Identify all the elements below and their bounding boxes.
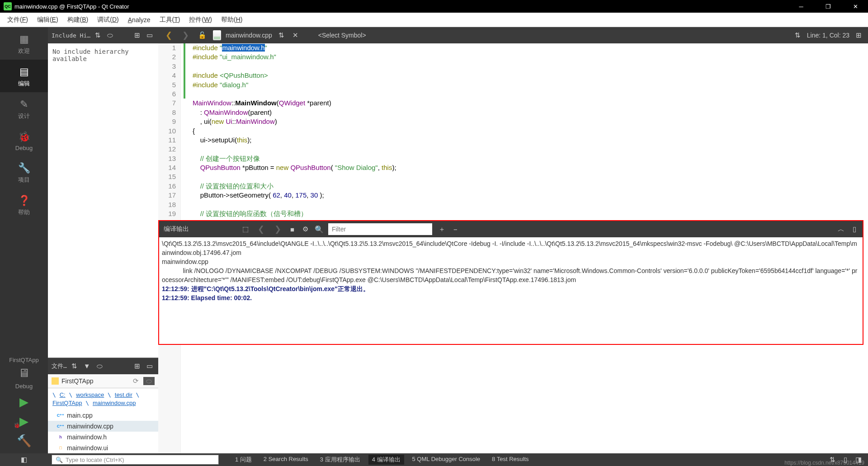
titlebar: QC mainwindow.cpp @ FirstQTApp - Qt Crea…: [0, 0, 868, 13]
doc-icon: ▤: [0, 66, 48, 78]
pencil-icon: ✎: [0, 99, 48, 110]
close-button[interactable]: ✕: [846, 3, 864, 10]
menu-item[interactable]: 控件(W): [185, 15, 216, 25]
filter-icon[interactable]: ▼: [82, 361, 92, 371]
next-icon[interactable]: ❯: [272, 224, 284, 234]
include-panel-toolbar: Include Hi… ⇅ ⬭ ⊞ ▭: [48, 27, 158, 43]
file-item[interactable]: hmainwindow.h: [48, 432, 158, 442]
minimize-button[interactable]: ─: [792, 3, 810, 10]
menu-item[interactable]: 构建(B): [64, 15, 92, 25]
wrench-icon: 🔧: [0, 162, 48, 174]
status-pane[interactable]: 1 问题: [231, 455, 255, 465]
status-bar: ◧ 🔍 Type to locate (Ctrl+K) 1 问题2 Search…: [0, 453, 868, 466]
cpp-file-icon: C⁺⁺: [57, 423, 64, 430]
file-panel-toolbar: 文件… ⇅ ▼ ⬭ ⊞ ▭: [48, 358, 158, 374]
close-file-icon[interactable]: ✕: [291, 30, 300, 40]
maximize-panel-icon[interactable]: ▯: [851, 224, 858, 234]
nav-item-欢迎[interactable]: ▦欢迎: [0, 27, 48, 60]
h-file-icon: h: [57, 433, 64, 441]
folder-icon: [52, 377, 59, 385]
run-button[interactable]: ▶: [19, 392, 28, 412]
split-icon[interactable]: ⊞: [132, 361, 142, 371]
split-icon[interactable]: ⊞: [132, 30, 142, 40]
status-pane[interactable]: 5 QML Debugger Console: [409, 455, 484, 465]
status-pane[interactable]: 2 Search Results: [260, 455, 312, 465]
window-title: mainwindow.cpp @ FirstQTApp - Qt Creator: [14, 3, 792, 10]
nav-item-帮助[interactable]: ❓帮助: [0, 188, 48, 221]
symbol-selector[interactable]: <Select Symbol>: [318, 32, 788, 39]
folder-name: FirstQTApp: [61, 377, 94, 385]
file-type-icon: [213, 30, 221, 40]
locator-input[interactable]: 🔍 Type to locate (Ctrl+K): [52, 455, 219, 465]
split-icon[interactable]: ⊞: [854, 30, 863, 40]
locator-placeholder: Type to locate (Ctrl+K): [66, 457, 124, 463]
stop-icon[interactable]: ■: [288, 225, 296, 234]
status-pane[interactable]: 4 编译输出: [368, 455, 404, 465]
editor-toolbar: ❮ ❯ 🔓 mainwindow.cpp ⇅ ✕ <Select Symbol>…: [158, 27, 868, 43]
grid-icon: ▦: [0, 33, 48, 45]
sync-icon[interactable]: ⟳: [131, 376, 141, 386]
link-icon[interactable]: ⬭: [95, 361, 104, 371]
file-item[interactable]: C⁺⁺mainwindow.cpp: [48, 421, 158, 432]
file-list: C⁺⁺main.cppC⁺⁺mainwindow.cpphmainwindow.…: [48, 410, 158, 453]
menu-item[interactable]: 文件(F): [4, 15, 32, 25]
menubar: 文件(F)编辑(E)构建(B)调试(D)Analyze工具(T)控件(W)帮助(…: [0, 13, 868, 27]
debug-run-button[interactable]: ▶🐞: [19, 412, 28, 431]
updown-icon[interactable]: ⇅: [277, 30, 286, 40]
file-dropdown[interactable]: 文件…: [52, 362, 67, 370]
prev-icon[interactable]: ❮: [255, 224, 267, 234]
bug-icon: 🐞: [0, 131, 48, 143]
menu-item[interactable]: 工具(T): [156, 15, 184, 25]
include-hierarchy-message: No include hierarchy available: [48, 43, 158, 67]
toggle-sidebar-icon[interactable]: ◧: [19, 455, 29, 465]
link-icon[interactable]: ⬭: [143, 377, 155, 385]
menu-item[interactable]: 帮助(H): [217, 15, 246, 25]
nav-item-编辑[interactable]: ▤编辑: [0, 60, 48, 92]
lock-icon[interactable]: 🔓: [196, 30, 208, 40]
output-title: 编译输出: [164, 225, 195, 233]
breadcrumb[interactable]: \ C: \ workspace \ test.dir \ FirstQTApp…: [48, 388, 158, 410]
nav-back-icon[interactable]: ❮: [163, 30, 175, 40]
close-panel-icon[interactable]: ▭: [145, 30, 155, 40]
nav-item-项目[interactable]: 🔧项目: [0, 156, 48, 188]
nav-forward-icon[interactable]: ❯: [179, 30, 192, 40]
updown-icon[interactable]: ⇅: [793, 30, 802, 40]
zoom-out-icon[interactable]: −: [452, 225, 459, 234]
app-icon: QC: [4, 2, 12, 10]
updown-icon[interactable]: ⇅: [93, 30, 103, 40]
side-panel: Include Hi… ⇅ ⬭ ⊞ ▭ No include hierarchy…: [48, 27, 158, 453]
compile-output-panel: 编译输出 ⬚ ❮ ❯ ■ ⚙ 🔍 ＋ − ︿ ▯ \Qt\Qt5.13.2\5.…: [158, 220, 863, 345]
output-content[interactable]: \Qt\Qt5.13.2\5.13.2\msvc2015_64\include\…: [159, 237, 863, 344]
line-col-indicator[interactable]: Line: 1, Col: 23: [807, 32, 849, 39]
nav-item-设计[interactable]: ✎设计: [0, 92, 48, 125]
file-item[interactable]: □mainwindow.ui: [48, 442, 158, 453]
run-toolbox: FirstQTApp 🖥 Debug ▶ ▶🐞 🔨: [0, 354, 48, 453]
nav-item-Debug[interactable]: 🐞Debug: [0, 125, 48, 156]
updown-icon[interactable]: ⇅: [70, 361, 79, 371]
menu-item[interactable]: Analyze: [124, 15, 154, 24]
ui-file-icon: □: [57, 444, 64, 452]
project-name: FirstQTApp: [9, 354, 39, 366]
collapse-icon[interactable]: ︿: [836, 224, 846, 235]
build-button[interactable]: 🔨: [17, 431, 31, 451]
file-item[interactable]: C⁺⁺main.cpp: [48, 410, 158, 421]
search-icon: 🔍: [56, 457, 63, 463]
editor-filename: mainwindow.cpp: [226, 32, 272, 39]
filter-input[interactable]: [328, 223, 432, 235]
status-pane[interactable]: 3 应用程序输出: [316, 455, 364, 465]
gear-icon[interactable]: ⚙: [301, 224, 310, 234]
include-dropdown[interactable]: Include Hi…: [52, 32, 90, 39]
close-panel-icon[interactable]: ▭: [145, 361, 155, 371]
folder-row[interactable]: FirstQTApp ⟳ ⬭: [48, 374, 158, 388]
link-icon[interactable]: ⬭: [105, 30, 115, 40]
maximize-button[interactable]: ❐: [819, 3, 837, 10]
zoom-in-icon[interactable]: ＋: [437, 224, 447, 235]
search-icon: 🔍: [315, 225, 324, 234]
menu-item[interactable]: 调试(D): [94, 15, 122, 25]
output-toolbar: 编译输出 ⬚ ❮ ❯ ■ ⚙ 🔍 ＋ − ︿ ▯: [159, 221, 863, 237]
cpp-file-icon: C⁺⁺: [57, 412, 64, 419]
align-icon[interactable]: ⬚: [241, 224, 250, 234]
status-pane[interactable]: 8 Test Results: [488, 455, 532, 465]
menu-item[interactable]: 编辑(E): [33, 15, 62, 25]
monitor-icon[interactable]: 🖥: [18, 366, 30, 380]
